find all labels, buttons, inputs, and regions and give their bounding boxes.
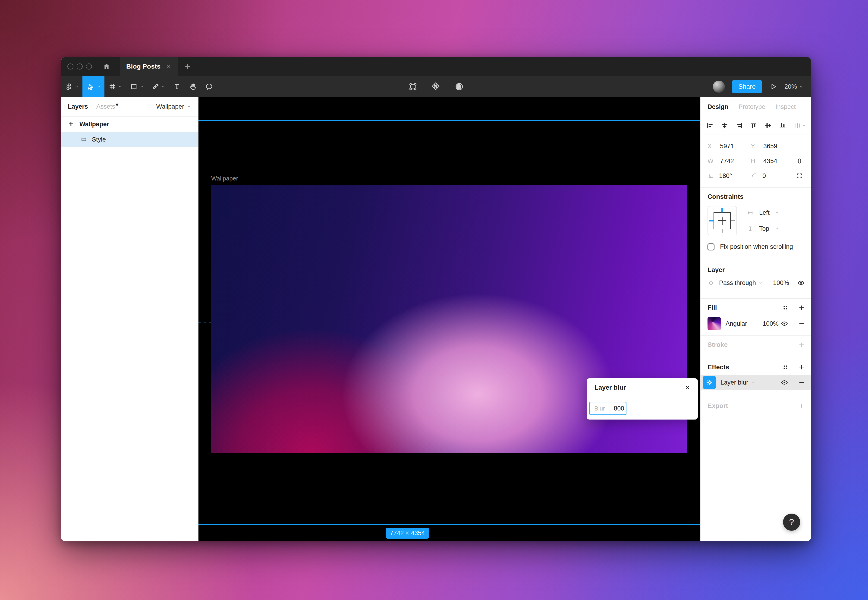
layer-visibility-eye-icon[interactable]: [797, 279, 805, 286]
styles-icon[interactable]: [782, 305, 789, 311]
y-value: 3659: [763, 143, 777, 150]
tab-prototype[interactable]: Prototype: [738, 103, 765, 111]
text-tool-button[interactable]: [169, 76, 185, 97]
shape-tool-icon: [130, 83, 138, 91]
align-v-center-icon[interactable]: [764, 122, 772, 129]
fix-position-row[interactable]: Fix position when scrolling: [708, 243, 805, 250]
independent-corners-button[interactable]: [794, 172, 805, 179]
tab-title: Blog Posts: [126, 63, 160, 70]
figma-menu-button[interactable]: [61, 76, 82, 97]
tab-blog-posts[interactable]: Blog Posts: [120, 57, 178, 76]
horizontal-constraint-icon: [747, 209, 754, 216]
distance-guide-vertical: [407, 121, 407, 185]
share-button[interactable]: Share: [732, 80, 762, 93]
align-top-icon[interactable]: [750, 122, 758, 129]
hand-tool-button[interactable]: [185, 76, 201, 97]
effect-visibility-eye-icon[interactable]: [781, 379, 788, 386]
zoom-level: 20%: [785, 83, 797, 90]
constraint-top-tick[interactable]: [721, 208, 723, 212]
blend-mode-icon: [708, 279, 714, 286]
layer-opacity-value[interactable]: 100%: [773, 279, 789, 286]
height-field[interactable]: H 4354: [751, 158, 794, 165]
corner-radius-value: 0: [762, 172, 766, 180]
home-button[interactable]: [97, 57, 116, 76]
frame-tool-icon: [108, 83, 116, 91]
horizontal-constraint-value: Left: [759, 209, 770, 217]
close-window-icon[interactable]: [67, 64, 73, 70]
titlebar: Blog Posts: [61, 57, 811, 76]
tab-close-icon[interactable]: [166, 64, 172, 69]
constraint-left-tick[interactable]: [709, 220, 714, 221]
edit-object-icon[interactable]: [408, 82, 417, 91]
fix-position-checkbox[interactable]: [708, 244, 714, 250]
add-effect-icon[interactable]: [798, 364, 805, 370]
component-icon[interactable]: [431, 82, 441, 91]
add-stroke-icon[interactable]: [798, 341, 805, 348]
vertical-constraint-dropdown[interactable]: Top: [747, 225, 779, 232]
toolbar-right: Share 20%: [713, 76, 811, 97]
x-field[interactable]: X 5971: [708, 143, 751, 150]
remove-fill-icon[interactable]: [798, 320, 805, 327]
layers-panel-header: Layers Assets Wallpaper: [61, 97, 198, 117]
avatar[interactable]: [713, 80, 725, 92]
layer-row-style[interactable]: Style: [61, 132, 198, 147]
popup-close-button[interactable]: [684, 384, 691, 391]
fill-type-value[interactable]: Angular: [726, 320, 763, 327]
help-button[interactable]: ?: [783, 514, 800, 531]
add-fill-icon[interactable]: [798, 305, 805, 311]
layer-title: Layer: [708, 266, 725, 274]
tab-inspect[interactable]: Inspect: [776, 103, 796, 111]
effect-name[interactable]: Layer blur: [720, 379, 748, 386]
tidy-button[interactable]: [794, 122, 806, 129]
zoom-control[interactable]: 20%: [785, 83, 803, 90]
chevron-down-icon: [97, 85, 100, 88]
tab-assets[interactable]: Assets: [96, 103, 118, 110]
effect-row-layer-blur[interactable]: Layer blur: [700, 375, 811, 390]
rotation-field[interactable]: 180°: [708, 172, 751, 180]
chevron-down-icon: [775, 227, 779, 230]
horizontal-constraint-dropdown[interactable]: Left: [747, 209, 779, 217]
maximize-window-icon[interactable]: [86, 64, 92, 70]
y-field[interactable]: Y 3659: [751, 143, 794, 150]
constraint-bottom-tick[interactable]: [722, 229, 723, 233]
independent-corners-icon: [796, 172, 803, 179]
layer-row-wallpaper[interactable]: Wallpaper: [61, 117, 198, 132]
page-selector[interactable]: Wallpaper: [156, 103, 191, 110]
mask-icon[interactable]: [455, 82, 464, 91]
fill-swatch[interactable]: [708, 317, 721, 330]
remove-effect-icon[interactable]: [798, 379, 805, 386]
pen-tool-button[interactable]: [148, 76, 169, 97]
fill-opacity-value[interactable]: 100%: [763, 320, 779, 327]
corner-radius-field[interactable]: 0: [751, 172, 794, 180]
align-h-center-icon[interactable]: [721, 122, 729, 129]
fill-visibility-eye-icon[interactable]: [781, 320, 788, 327]
new-tab-button[interactable]: [178, 57, 197, 76]
minimize-window-icon[interactable]: [77, 64, 83, 70]
x-label: X: [708, 143, 715, 150]
frame-tool-button[interactable]: [104, 76, 126, 97]
blur-amount-input[interactable]: Blur 800: [590, 402, 626, 415]
constraints-widget[interactable]: [708, 206, 737, 235]
move-tool-button[interactable]: [82, 76, 104, 97]
styles-icon[interactable]: [782, 364, 789, 370]
text-tool-icon: [173, 83, 181, 91]
constraint-right-tick[interactable]: [731, 220, 735, 221]
add-export-icon[interactable]: [798, 403, 805, 409]
frame-label[interactable]: Wallpaper: [211, 175, 238, 182]
blend-mode-value[interactable]: Pass through: [719, 279, 756, 286]
width-field[interactable]: W 7742: [708, 158, 751, 165]
align-bottom-icon[interactable]: [779, 122, 787, 129]
align-left-icon[interactable]: [706, 122, 714, 129]
corner-radius-icon: [751, 172, 758, 179]
comment-tool-button[interactable]: [201, 76, 217, 97]
play-icon[interactable]: [769, 82, 777, 91]
tab-layers[interactable]: Layers: [68, 103, 88, 110]
layer-blur-chip[interactable]: [703, 376, 716, 389]
shape-tool-button[interactable]: [126, 76, 148, 97]
constrain-proportions-button[interactable]: [794, 158, 805, 165]
align-right-icon[interactable]: [735, 122, 743, 129]
canvas[interactable]: Wallpaper 7742 × 4354 Layer blur Blur: [198, 97, 700, 541]
traffic-light-icons: [61, 57, 92, 76]
chevron-down-icon: [75, 85, 79, 88]
tab-design[interactable]: Design: [708, 103, 728, 111]
